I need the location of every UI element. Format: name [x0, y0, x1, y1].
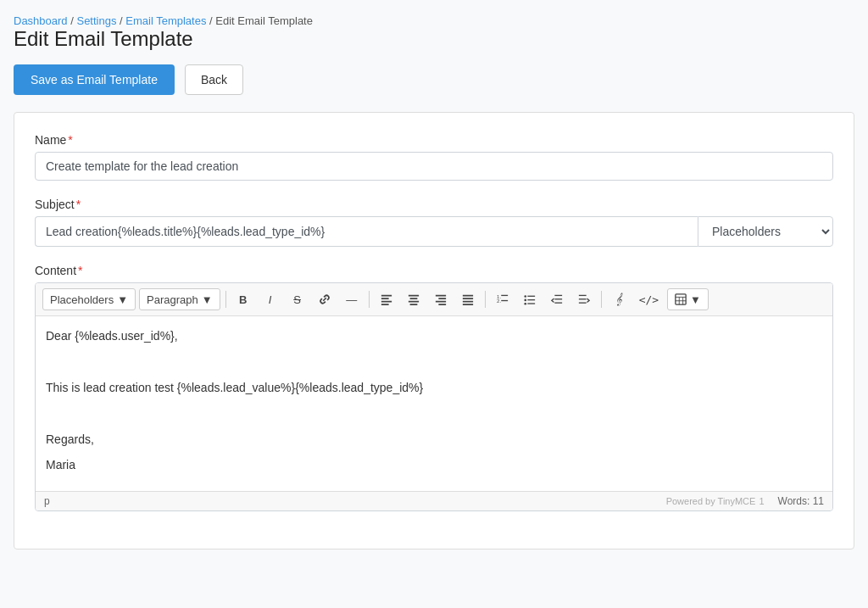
svg-rect-31: [579, 303, 587, 304]
svg-rect-3: [381, 304, 389, 305]
toolbar-hr-btn[interactable]: —: [340, 288, 364, 310]
content-line-1: Dear {%leads.user_id%},: [46, 326, 822, 345]
content-field-group: Content* Placeholders ▼ Paragraph ▼ B I …: [35, 264, 833, 511]
toolbar-placeholders-arrow: ▼: [117, 293, 128, 306]
svg-rect-8: [436, 295, 446, 297]
breadcrumb-dashboard[interactable]: Dashboard: [14, 14, 68, 27]
editor-tag: p: [44, 495, 50, 507]
breadcrumb-settings[interactable]: Settings: [76, 14, 116, 27]
unordered-list-icon: [524, 293, 536, 305]
svg-rect-14: [463, 301, 473, 303]
toolbar-ordered-list-btn[interactable]: 1. 2.: [491, 288, 515, 310]
toolbar-placeholders-btn[interactable]: Placeholders ▼: [42, 288, 136, 310]
breadcrumb-current: Edit Email Template: [215, 14, 313, 27]
toolbar-align-left-btn[interactable]: [375, 288, 398, 310]
editor-footer: p Powered by TinyMCE 1 Words: 11: [36, 491, 832, 510]
toolbar-sep1: [225, 291, 226, 308]
svg-rect-13: [463, 298, 473, 299]
link-icon: [319, 293, 331, 305]
svg-rect-19: [501, 300, 508, 301]
toolbar-bold-btn[interactable]: B: [231, 288, 255, 310]
toolbar-align-right-btn[interactable]: [429, 288, 453, 310]
content-line-3: Regards,: [46, 430, 822, 449]
svg-rect-1: [381, 298, 389, 299]
back-button[interactable]: Back: [185, 64, 243, 95]
name-field-group: Name*: [35, 133, 833, 181]
toolbar-code-btn[interactable]: </>: [634, 288, 664, 310]
svg-rect-29: [579, 295, 587, 296]
content-line-blank1: [46, 352, 822, 371]
editor-toolbar: Placeholders ▼ Paragraph ▼ B I S: [36, 283, 832, 316]
svg-point-20: [524, 295, 526, 298]
save-button[interactable]: Save as Email Template: [14, 64, 175, 95]
svg-rect-23: [527, 299, 535, 300]
svg-text:2.: 2.: [497, 298, 501, 304]
svg-rect-2: [381, 301, 392, 303]
svg-rect-6: [409, 301, 419, 303]
toolbar-italic-btn[interactable]: I: [259, 288, 282, 310]
indent-icon: [578, 293, 590, 305]
toolbar-indent-btn[interactable]: [572, 288, 596, 310]
svg-rect-32: [676, 294, 686, 304]
svg-rect-21: [527, 296, 535, 297]
toolbar-sep4: [601, 291, 602, 308]
svg-point-24: [524, 303, 526, 305]
svg-rect-11: [438, 304, 446, 305]
toolbar-sep2: [369, 291, 370, 308]
svg-rect-25: [527, 303, 535, 304]
subject-input[interactable]: [35, 216, 698, 247]
align-right-icon: [435, 293, 447, 305]
svg-rect-30: [579, 298, 587, 299]
subject-field-group: Subject* Placeholders: [35, 198, 833, 247]
toolbar-align-center-btn[interactable]: [402, 288, 426, 310]
toolbar-link-btn[interactable]: [313, 288, 337, 310]
svg-rect-5: [409, 298, 417, 299]
toolbar-outdent-btn[interactable]: [545, 288, 569, 310]
toolbar-unordered-list-btn[interactable]: [518, 288, 542, 310]
align-justify-icon: [462, 293, 474, 305]
breadcrumb-email-templates[interactable]: Email Templates: [125, 14, 206, 27]
remove-format-icon: 𝄞: [615, 293, 622, 306]
content-label: Content*: [35, 264, 833, 277]
svg-rect-28: [554, 303, 562, 304]
toolbar-align-justify-btn[interactable]: [456, 288, 480, 310]
toolbar-strikethrough-btn[interactable]: S: [286, 288, 309, 310]
subject-label: Subject*: [35, 198, 833, 211]
name-label: Name*: [35, 133, 833, 147]
name-input[interactable]: [35, 152, 833, 181]
hr-icon: —: [346, 293, 357, 306]
svg-rect-9: [438, 298, 446, 299]
svg-rect-17: [501, 295, 508, 296]
notification-badge: 1: [759, 496, 764, 506]
svg-rect-27: [554, 298, 562, 299]
powered-by-label: Powered by TinyMCE: [666, 496, 756, 506]
toolbar-paragraph-label: Paragraph: [147, 293, 198, 306]
svg-rect-4: [409, 295, 419, 297]
subject-required-star: *: [76, 198, 81, 211]
toolbar-table-btn[interactable]: ▼: [667, 288, 709, 310]
svg-rect-10: [436, 301, 446, 303]
content-required-star: *: [78, 264, 82, 277]
toolbar-placeholders-label: Placeholders: [50, 293, 114, 306]
form-card: Name* Subject* Placeholders Content* Pla…: [14, 112, 854, 549]
toolbar-sep3: [485, 291, 486, 308]
table-arrow: ▼: [690, 293, 701, 306]
page-title: Edit Email Template: [14, 27, 854, 51]
name-required-star: *: [68, 133, 72, 147]
words-count: Words: 11: [778, 495, 824, 507]
svg-rect-26: [554, 295, 562, 296]
content-line-2: This is lead creation test {%leads.lead_…: [46, 378, 822, 397]
placeholders-select[interactable]: Placeholders: [698, 216, 833, 247]
editor-container: Placeholders ▼ Paragraph ▼ B I S: [35, 282, 833, 511]
svg-rect-12: [463, 295, 473, 297]
editor-content[interactable]: Dear {%leads.user_id%}, This is lead cre…: [36, 316, 832, 491]
code-icon: </>: [639, 293, 659, 306]
subject-row: Placeholders: [35, 216, 833, 247]
breadcrumb: Dashboard / Settings / Email Templates /…: [14, 14, 854, 27]
svg-point-22: [524, 299, 526, 302]
toolbar-remove-format-btn[interactable]: 𝄞: [607, 288, 631, 310]
align-left-icon: [381, 293, 392, 305]
table-icon: [675, 293, 687, 305]
toolbar-paragraph-btn[interactable]: Paragraph ▼: [139, 288, 220, 310]
svg-rect-0: [381, 295, 392, 297]
